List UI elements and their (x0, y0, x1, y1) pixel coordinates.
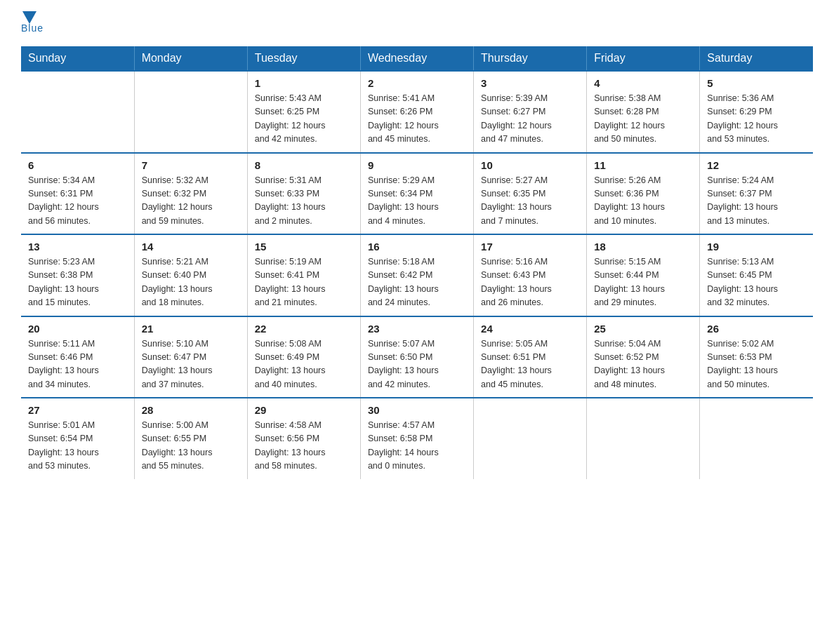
day-info: Sunrise: 5:38 AM Sunset: 6:28 PM Dayligh… (594, 92, 692, 147)
day-number: 25 (594, 323, 692, 335)
calendar-table: SundayMondayTuesdayWednesdayThursdayFrid… (21, 46, 813, 479)
calendar-cell: 20Sunrise: 5:11 AM Sunset: 6:46 PM Dayli… (21, 316, 134, 398)
weekday-header-sunday: Sunday (21, 46, 134, 71)
day-info: Sunrise: 5:32 AM Sunset: 6:32 PM Dayligh… (142, 174, 240, 229)
calendar-cell: 28Sunrise: 5:00 AM Sunset: 6:55 PM Dayli… (134, 398, 247, 479)
day-info: Sunrise: 5:39 AM Sunset: 6:27 PM Dayligh… (481, 92, 579, 147)
calendar-cell: 9Sunrise: 5:29 AM Sunset: 6:34 PM Daylig… (360, 153, 473, 235)
day-number: 10 (481, 159, 579, 171)
calendar-cell: 30Sunrise: 4:57 AM Sunset: 6:58 PM Dayli… (360, 398, 473, 479)
calendar-cell (21, 71, 134, 153)
calendar-cell: 15Sunrise: 5:19 AM Sunset: 6:41 PM Dayli… (247, 234, 360, 316)
calendar-cell (474, 398, 587, 479)
calendar-cell: 23Sunrise: 5:07 AM Sunset: 6:50 PM Dayli… (360, 316, 473, 398)
calendar-cell: 22Sunrise: 5:08 AM Sunset: 6:49 PM Dayli… (247, 316, 360, 398)
weekday-header-thursday: Thursday (474, 46, 587, 71)
day-info: Sunrise: 5:08 AM Sunset: 6:49 PM Dayligh… (255, 337, 353, 392)
day-number: 16 (368, 241, 466, 253)
day-info: Sunrise: 5:19 AM Sunset: 6:41 PM Dayligh… (255, 255, 353, 310)
calendar-cell: 4Sunrise: 5:38 AM Sunset: 6:28 PM Daylig… (587, 71, 700, 153)
calendar-cell: 13Sunrise: 5:23 AM Sunset: 6:38 PM Dayli… (21, 234, 134, 316)
day-number: 28 (142, 404, 240, 416)
day-number: 17 (481, 241, 579, 253)
calendar-cell: 5Sunrise: 5:36 AM Sunset: 6:29 PM Daylig… (700, 71, 813, 153)
weekday-header-tuesday: Tuesday (247, 46, 360, 71)
day-number: 22 (255, 323, 353, 335)
day-number: 21 (142, 323, 240, 335)
day-info: Sunrise: 5:21 AM Sunset: 6:40 PM Dayligh… (142, 255, 240, 310)
day-number: 18 (594, 241, 692, 253)
day-info: Sunrise: 5:01 AM Sunset: 6:54 PM Dayligh… (28, 419, 127, 474)
calendar-cell: 16Sunrise: 5:18 AM Sunset: 6:42 PM Dayli… (360, 234, 473, 316)
weekday-header-row: SundayMondayTuesdayWednesdayThursdayFrid… (21, 46, 813, 71)
calendar-cell: 17Sunrise: 5:16 AM Sunset: 6:43 PM Dayli… (474, 234, 587, 316)
day-number: 19 (707, 241, 806, 253)
day-number: 1 (255, 77, 353, 89)
day-info: Sunrise: 5:36 AM Sunset: 6:29 PM Dayligh… (707, 92, 806, 147)
day-info: Sunrise: 5:13 AM Sunset: 6:45 PM Dayligh… (707, 255, 806, 310)
day-number: 27 (28, 404, 127, 416)
day-info: Sunrise: 5:23 AM Sunset: 6:38 PM Dayligh… (28, 255, 127, 310)
calendar-cell: 10Sunrise: 5:27 AM Sunset: 6:35 PM Dayli… (474, 153, 587, 235)
calendar-cell: 11Sunrise: 5:26 AM Sunset: 6:36 PM Dayli… (587, 153, 700, 235)
weekday-header-wednesday: Wednesday (360, 46, 473, 71)
day-info: Sunrise: 5:00 AM Sunset: 6:55 PM Dayligh… (142, 419, 240, 474)
day-number: 29 (255, 404, 353, 416)
day-number: 12 (707, 159, 806, 171)
day-info: Sunrise: 4:58 AM Sunset: 6:56 PM Dayligh… (255, 419, 353, 474)
calendar-week-row: 13Sunrise: 5:23 AM Sunset: 6:38 PM Dayli… (21, 234, 813, 316)
calendar-week-row: 1Sunrise: 5:43 AM Sunset: 6:25 PM Daylig… (21, 71, 813, 153)
calendar-cell: 8Sunrise: 5:31 AM Sunset: 6:33 PM Daylig… (247, 153, 360, 235)
weekday-header-monday: Monday (134, 46, 247, 71)
calendar-week-row: 20Sunrise: 5:11 AM Sunset: 6:46 PM Dayli… (21, 316, 813, 398)
day-info: Sunrise: 5:34 AM Sunset: 6:31 PM Dayligh… (28, 174, 127, 229)
day-info: Sunrise: 5:41 AM Sunset: 6:26 PM Dayligh… (368, 92, 466, 147)
day-number: 6 (28, 159, 127, 171)
calendar-cell: 1Sunrise: 5:43 AM Sunset: 6:25 PM Daylig… (247, 71, 360, 153)
day-info: Sunrise: 5:24 AM Sunset: 6:37 PM Dayligh… (707, 174, 806, 229)
day-info: Sunrise: 5:27 AM Sunset: 6:35 PM Dayligh… (481, 174, 579, 229)
day-number: 2 (368, 77, 466, 89)
day-number: 7 (142, 159, 240, 171)
calendar-week-row: 27Sunrise: 5:01 AM Sunset: 6:54 PM Dayli… (21, 398, 813, 479)
day-number: 9 (368, 159, 466, 171)
day-number: 23 (368, 323, 466, 335)
day-info: Sunrise: 5:02 AM Sunset: 6:53 PM Dayligh… (707, 337, 806, 392)
calendar-cell: 21Sunrise: 5:10 AM Sunset: 6:47 PM Dayli… (134, 316, 247, 398)
calendar-cell (700, 398, 813, 479)
calendar-cell: 27Sunrise: 5:01 AM Sunset: 6:54 PM Dayli… (21, 398, 134, 479)
calendar-cell: 19Sunrise: 5:13 AM Sunset: 6:45 PM Dayli… (700, 234, 813, 316)
calendar-cell: 7Sunrise: 5:32 AM Sunset: 6:32 PM Daylig… (134, 153, 247, 235)
day-info: Sunrise: 5:04 AM Sunset: 6:52 PM Dayligh… (594, 337, 692, 392)
day-number: 26 (707, 323, 806, 335)
calendar-cell: 18Sunrise: 5:15 AM Sunset: 6:44 PM Dayli… (587, 234, 700, 316)
calendar-cell: 6Sunrise: 5:34 AM Sunset: 6:31 PM Daylig… (21, 153, 134, 235)
page-header: Blue (21, 14, 813, 34)
day-number: 20 (28, 323, 127, 335)
calendar-cell: 3Sunrise: 5:39 AM Sunset: 6:27 PM Daylig… (474, 71, 587, 153)
calendar-cell: 24Sunrise: 5:05 AM Sunset: 6:51 PM Dayli… (474, 316, 587, 398)
day-info: Sunrise: 5:31 AM Sunset: 6:33 PM Dayligh… (255, 174, 353, 229)
day-info: Sunrise: 5:16 AM Sunset: 6:43 PM Dayligh… (481, 255, 579, 310)
logo-subtitle: Blue (21, 22, 44, 34)
day-number: 30 (368, 404, 466, 416)
calendar-cell: 14Sunrise: 5:21 AM Sunset: 6:40 PM Dayli… (134, 234, 247, 316)
weekday-header-friday: Friday (587, 46, 700, 71)
day-info: Sunrise: 4:57 AM Sunset: 6:58 PM Dayligh… (368, 419, 466, 474)
calendar-cell: 2Sunrise: 5:41 AM Sunset: 6:26 PM Daylig… (360, 71, 473, 153)
day-number: 4 (594, 77, 692, 89)
calendar-cell (587, 398, 700, 479)
day-number: 13 (28, 241, 127, 253)
weekday-header-saturday: Saturday (700, 46, 813, 71)
logo: Blue (21, 14, 44, 34)
day-info: Sunrise: 5:26 AM Sunset: 6:36 PM Dayligh… (594, 174, 692, 229)
calendar-cell: 12Sunrise: 5:24 AM Sunset: 6:37 PM Dayli… (700, 153, 813, 235)
day-number: 8 (255, 159, 353, 171)
calendar-week-row: 6Sunrise: 5:34 AM Sunset: 6:31 PM Daylig… (21, 153, 813, 235)
day-number: 3 (481, 77, 579, 89)
day-number: 5 (707, 77, 806, 89)
day-number: 15 (255, 241, 353, 253)
day-number: 11 (594, 159, 692, 171)
calendar-cell: 26Sunrise: 5:02 AM Sunset: 6:53 PM Dayli… (700, 316, 813, 398)
day-info: Sunrise: 5:18 AM Sunset: 6:42 PM Dayligh… (368, 255, 466, 310)
